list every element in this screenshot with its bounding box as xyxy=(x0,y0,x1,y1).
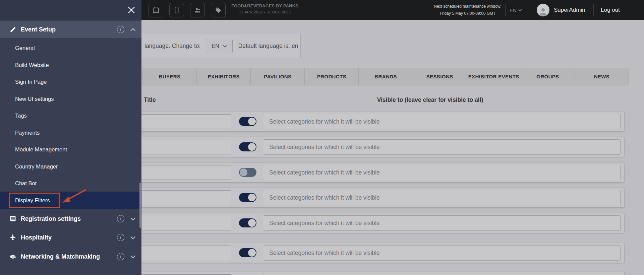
categories-select[interactable]: Select categories for which it will be v… xyxy=(263,245,621,261)
page: language. Change to: EN Default language… xyxy=(0,0,644,275)
tab-brands[interactable]: BRANDS xyxy=(358,68,412,85)
sidebar-item-new-ui-settings[interactable]: New UI settings xyxy=(0,92,141,106)
event-name: FOOD&BEVERAGES BY PANKS xyxy=(231,4,298,8)
column-header-visible-to: Visible to (leave clear for visible to a… xyxy=(363,96,497,104)
categories-select[interactable]: Select categories for which it will be v… xyxy=(263,114,621,129)
tab-news[interactable]: NEWS xyxy=(575,68,629,85)
plane-icon xyxy=(9,234,16,241)
close-icon[interactable] xyxy=(127,5,136,15)
event-dates: 13 APR 2022 - 31 DEC 2023 xyxy=(231,10,298,14)
sidebar-item-build-website[interactable]: Build Website xyxy=(0,58,141,72)
sidebar-section-partial[interactable]: i xyxy=(0,272,141,275)
sidebar-item-general[interactable]: General xyxy=(0,41,141,55)
tab-exhibitor-events[interactable]: EXHIBITOR EVENTS xyxy=(467,68,521,85)
logout-button[interactable]: Log out xyxy=(601,0,620,20)
chevron-down-icon xyxy=(130,236,136,239)
mobile-icon xyxy=(173,6,180,14)
filter-row: Select categories for which it will be v… xyxy=(141,243,624,263)
visibility-toggle[interactable] xyxy=(239,142,256,151)
username: SuperAdmin xyxy=(554,0,585,20)
categories-placeholder: Select categories for which it will be v… xyxy=(263,246,620,260)
tab-buyers[interactable]: BUYERS xyxy=(142,68,196,85)
sidebar-item-sign-in-page[interactable]: Sign In Page xyxy=(0,75,141,88)
maintenance-label: Next scheduled maintenance window: xyxy=(426,3,510,10)
visibility-toggle[interactable] xyxy=(239,193,256,202)
sidebar-item-module-management[interactable]: Module Management xyxy=(0,143,141,156)
visibility-toggle[interactable] xyxy=(239,117,256,126)
title-input[interactable] xyxy=(141,165,231,180)
toggle-knob xyxy=(248,249,256,257)
title-input[interactable] xyxy=(141,246,231,260)
title-input[interactable] xyxy=(141,190,231,205)
categories-select[interactable]: Select categories for which it will be v… xyxy=(263,165,621,180)
filter-row: Select categories for which it will be v… xyxy=(141,112,624,131)
main-content: language. Change to: EN Default language… xyxy=(141,20,644,275)
sidebar: Event Setup i General Build Website Sign… xyxy=(0,20,141,275)
tag-icon xyxy=(215,6,222,14)
toggle-knob xyxy=(248,118,256,125)
section-label: Networking & Matchmaking xyxy=(21,249,100,264)
sidebar-scrollbar-thumb[interactable] xyxy=(139,183,141,228)
sidebar-item-payments[interactable]: Payments xyxy=(0,126,141,139)
chevron-down-icon xyxy=(130,217,136,221)
sidebar-section-networking-matchmaking[interactable]: Networking & Matchmaking i xyxy=(0,249,141,264)
categories-placeholder: Select categories for which it will be v… xyxy=(263,165,620,180)
annotation-highlight-box xyxy=(9,193,60,208)
tab-bar: BUYERS EXHIBITORS PAVILIONS PRODUCTS BRA… xyxy=(142,68,629,85)
avatar[interactable] xyxy=(537,4,549,16)
sidebar-section-event-setup[interactable]: Event Setup i xyxy=(0,21,141,38)
mobile-button[interactable] xyxy=(169,3,184,17)
sidebar-item-country-manager[interactable]: Country Manager xyxy=(0,160,141,173)
chevron-up-icon xyxy=(130,28,136,31)
title-input[interactable] xyxy=(141,216,231,230)
filter-row: Select categories for which it will be v… xyxy=(141,213,624,233)
visibility-toggle[interactable] xyxy=(239,218,256,227)
categories-select[interactable]: Select categories for which it will be v… xyxy=(263,139,621,155)
event-info: FOOD&BEVERAGES BY PANKS 13 APR 2022 - 31… xyxy=(231,4,298,14)
toggle-knob xyxy=(248,219,256,227)
divider xyxy=(505,4,506,16)
registration-list-icon xyxy=(9,215,16,222)
topbar-drawer-header xyxy=(0,0,141,20)
sidebar-item-tags[interactable]: Tags xyxy=(0,109,141,122)
categories-select[interactable]: Select categories for which it will be v… xyxy=(263,215,621,231)
sidebar-section-registration-settings[interactable]: Registration settings i xyxy=(0,211,141,226)
visibility-toggle[interactable] xyxy=(239,248,256,257)
tab-products[interactable]: PRODUCTS xyxy=(304,68,358,85)
chevron-down-icon xyxy=(130,255,136,259)
sidebar-section-hospitality[interactable]: Hospitality i xyxy=(0,230,141,245)
tab-pavilions[interactable]: PAVILIONS xyxy=(250,68,304,85)
title-input[interactable] xyxy=(141,114,231,129)
chevron-down-icon xyxy=(518,9,522,11)
categories-placeholder: Select categories for which it will be v… xyxy=(263,190,620,205)
language-select-value: EN xyxy=(212,43,219,49)
language-bar: language. Change to: EN Default language… xyxy=(141,34,301,58)
info-icon[interactable]: i xyxy=(117,26,124,33)
visibility-toggle[interactable] xyxy=(239,168,256,177)
calendar-icon xyxy=(152,6,160,14)
info-icon[interactable]: i xyxy=(117,253,124,260)
section-label: Event Setup xyxy=(21,21,56,38)
people-icon xyxy=(194,6,201,14)
topbar-language-value: EN xyxy=(510,7,517,13)
sidebar-item-chat-bot[interactable]: Chat Bot xyxy=(0,177,141,190)
filter-row: Select categories for which it will be v… xyxy=(141,272,624,275)
tab-sessions[interactable]: SESSIONS xyxy=(413,68,467,85)
categories-placeholder: Select categories for which it will be v… xyxy=(263,114,620,129)
tab-exhibitors[interactable]: EXHIBITORS xyxy=(196,68,250,85)
default-language-text: Default language is: en xyxy=(238,43,298,50)
toggle-knob xyxy=(240,168,247,176)
categories-select[interactable]: Select categories for which it will be v… xyxy=(263,190,621,205)
categories-placeholder: Select categories for which it will be v… xyxy=(263,216,620,230)
handshake-icon xyxy=(9,253,16,260)
info-icon[interactable]: i xyxy=(117,234,124,241)
title-input[interactable] xyxy=(141,140,231,154)
people-button[interactable] xyxy=(190,3,205,17)
calendar-button[interactable] xyxy=(149,3,163,17)
tag-button[interactable] xyxy=(211,3,226,17)
tab-groups[interactable]: GROUPS xyxy=(521,68,575,85)
info-icon[interactable]: i xyxy=(117,215,124,222)
filter-row: Select categories for which it will be v… xyxy=(141,163,624,182)
language-select[interactable]: EN xyxy=(206,39,233,53)
topbar-language-dropdown[interactable]: EN xyxy=(510,0,522,20)
